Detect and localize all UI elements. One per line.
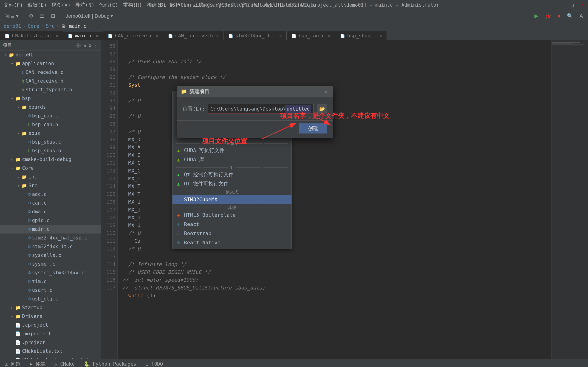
- tree-item-struct-typedef[interactable]: h struct_typedef.h: [0, 85, 101, 94]
- list-button[interactable]: ☰: [38, 12, 47, 20]
- tree-item-drivers[interactable]: ▸ 📁 Drivers: [0, 312, 101, 321]
- sidebar-btn-more[interactable]: ⋮: [94, 43, 98, 48]
- tree-item-usb-otg[interactable]: © usb_otg.c: [0, 294, 101, 303]
- create-button[interactable]: 创建: [299, 123, 327, 133]
- tree-item-gpio[interactable]: © gpio.c: [0, 216, 101, 225]
- sidebar-btn-add[interactable]: ➕: [75, 43, 81, 48]
- settings-button[interactable]: ⚙: [27, 12, 36, 20]
- tree-item-cmake-txt[interactable]: 📄 CMakeLists.txt: [0, 347, 101, 356]
- tree-item-main[interactable]: © main.c: [0, 225, 101, 234]
- tree-item-syscalls[interactable]: © syscalls.c: [0, 251, 101, 260]
- close-button[interactable]: ✕: [579, 2, 584, 8]
- tree-item-tim[interactable]: © tim.c: [0, 277, 101, 286]
- tree-item-bsp[interactable]: ▾ 📁 bsp: [0, 94, 101, 103]
- tree-item-cmake-debug[interactable]: ▸ 📁 cmake-build-debug: [0, 155, 101, 164]
- tree-item-stm32-msp[interactable]: © stm32f4xx_hal_msp.c: [0, 234, 101, 242]
- breadcrumb-item-src[interactable]: Src: [46, 23, 55, 29]
- menu-item-qt-widget[interactable]: ▲ Qt 微件可执行文件: [173, 179, 292, 188]
- tab-can-receive-c[interactable]: 📄 CAN_receive.c ✕: [103, 31, 163, 40]
- tab-bsp-sbus[interactable]: 📄 bsp_sbus.c ✕: [335, 31, 387, 40]
- tab-close-bspsbus[interactable]: ✕: [380, 33, 382, 38]
- tree-item-bsp-sbus-c[interactable]: © bsp_sbus.c: [0, 138, 101, 146]
- tree-item-core[interactable]: ▾ 📁 Core: [0, 164, 101, 173]
- tree-item-inc[interactable]: ▸ 📁 Inc: [0, 173, 101, 181]
- translate-button[interactable]: A: [577, 12, 585, 20]
- tree-item-usart[interactable]: © usart.c: [0, 286, 101, 294]
- menu-code[interactable]: 代码(C): [99, 2, 118, 8]
- menu-item-react[interactable]: ⚛ React: [173, 219, 292, 229]
- search-button[interactable]: 🔍: [565, 12, 575, 20]
- tab-todo[interactable]: ☑ TODO: [143, 360, 165, 367]
- stop-button[interactable]: ■: [555, 12, 563, 20]
- menu-item-cuda-exec[interactable]: ▲ CUDA 可执行文件: [173, 146, 292, 155]
- menu-item-react-native[interactable]: ⚛ React Native: [173, 238, 292, 247]
- tab-stm32-it[interactable]: 📄 stm32f4xx_it.c ✕: [224, 31, 287, 40]
- tree-item-cproject[interactable]: 📄 .cproject: [0, 321, 101, 329]
- tree-item-bsp-can-c[interactable]: © bsp_can.c: [0, 111, 101, 120]
- tab-terminal[interactable]: ▶ 终端: [27, 360, 47, 367]
- tab-problems[interactable]: ⚠ 问题: [3, 360, 23, 367]
- menu-item-cuda-lib[interactable]: ▲ CUDA 库: [173, 155, 292, 164]
- sidebar-btn-settings[interactable]: ⚙: [88, 43, 91, 48]
- project-dropdown[interactable]: 项目 ▾: [3, 12, 21, 20]
- menu-edit[interactable]: 编辑(E): [27, 2, 47, 8]
- menu-item-qt-console[interactable]: ▲ Qt 控制台可执行文件: [173, 170, 292, 179]
- tab-close-bspcan[interactable]: ✕: [328, 33, 330, 38]
- debug-button[interactable]: 🐞: [543, 12, 553, 20]
- tree-item-boards[interactable]: ▾ 📁 boards: [0, 103, 101, 111]
- breadcrumb-item-file[interactable]: 🗎 main.c: [61, 23, 86, 29]
- tab-bsp-can[interactable]: 📄 bsp_can.c ✕: [287, 31, 335, 40]
- tree-item-bsp-sbus-h[interactable]: h bsp_sbus.h: [0, 146, 101, 155]
- minimize-button[interactable]: ─: [560, 2, 565, 8]
- location-name-input[interactable]: untitled: [285, 105, 311, 113]
- breadcrumb-item-core[interactable]: Core: [28, 23, 40, 29]
- dialog-close-button[interactable]: ✕: [323, 88, 329, 95]
- tree-item-src[interactable]: ▾ 📁 Src: [0, 181, 101, 190]
- tab-close-can-c[interactable]: ✕: [156, 33, 158, 38]
- menu-nav[interactable]: 导航(N): [75, 2, 95, 8]
- expand-button[interactable]: ⊞: [49, 12, 57, 20]
- tab-close-main[interactable]: ✕: [96, 33, 98, 38]
- menu-item-bootstrap[interactable]: ⬡ Bootstrap: [173, 229, 292, 238]
- tree-item-can-receive-h[interactable]: h CAN_receive.h: [0, 77, 101, 85]
- tree-label-cmake-txt: CMakeLists.txt: [22, 348, 63, 354]
- menu-view[interactable]: 视图(V): [52, 2, 71, 8]
- tree-item-dma[interactable]: © dma.c: [0, 207, 101, 216]
- tree-item-application[interactable]: ▾ 📁 application: [0, 59, 101, 68]
- tree-item-can[interactable]: © can.c: [0, 199, 101, 207]
- tab-close-stm32it[interactable]: ✕: [279, 33, 282, 38]
- tree-item-adc[interactable]: © adc.c: [0, 190, 101, 199]
- menu-file[interactable]: 文件(F): [4, 2, 23, 8]
- filemk-icon-mxproject: 📄: [15, 331, 21, 336]
- tree-item-cmake-template[interactable]: 📄 CMakeLists_template.txt: [0, 356, 101, 359]
- tab-close-can-h[interactable]: ✕: [216, 33, 219, 38]
- menu-item-html5[interactable]: ◈ HTML5 Boilerplate: [173, 210, 292, 219]
- main-layout: 项目 ➕ ↻ ⚙ ⋮ ▾ 📁 demo01 ▾ 📁 application ©: [0, 40, 588, 359]
- sidebar-btn-sync[interactable]: ↻: [83, 43, 86, 48]
- arrow-startup: ▸: [11, 306, 15, 310]
- tab-python[interactable]: 🐍 Python Packages: [82, 360, 138, 367]
- maximize-button[interactable]: □: [570, 2, 575, 8]
- build-config-button[interactable]: demo01.elf | Debug ▾: [63, 12, 115, 20]
- tree-item-stm32-it[interactable]: © stm32f4xx_it.c: [0, 242, 101, 251]
- tree-item-startup[interactable]: ▸ 📁 Startup: [0, 303, 101, 312]
- tree-item-sysmem[interactable]: © sysmem.c: [0, 260, 101, 268]
- menu-item-stm32cubemx[interactable]: ⬡ STM32CubeMX: [173, 195, 292, 204]
- menu-refactor[interactable]: 重构(R): [123, 2, 142, 8]
- tree-item-project[interactable]: 📄 .project: [0, 338, 101, 347]
- tab-can-receive-h[interactable]: 📄 CAN_receive.h ✕: [163, 31, 224, 40]
- location-input[interactable]: [210, 106, 285, 112]
- breadcrumb-item-project[interactable]: demo01: [4, 23, 21, 29]
- run-button[interactable]: ▶: [532, 12, 541, 20]
- tab-close-cmake[interactable]: ✕: [56, 33, 58, 38]
- tree-item-demo01[interactable]: ▾ 📁 demo01: [0, 50, 101, 59]
- location-browse-button[interactable]: 📂: [317, 104, 327, 114]
- tree-item-sbus[interactable]: ▾ 📁 sbus: [0, 129, 101, 138]
- tab-cmakelists[interactable]: 📄 CMakeLists.txt ✕: [0, 31, 63, 40]
- tab-main[interactable]: 📄 main.c ✕: [63, 31, 103, 40]
- tree-item-can-receive-c[interactable]: © CAN_receive.c: [0, 68, 101, 77]
- tree-item-mxproject[interactable]: 📄 .mxproject: [0, 329, 101, 338]
- tab-cmake[interactable]: △ CMake: [52, 360, 77, 367]
- tree-item-system-stm32[interactable]: © system_stm32f4xx.c: [0, 268, 101, 277]
- tree-item-bsp-can-h[interactable]: h bsp_can.h: [0, 120, 101, 129]
